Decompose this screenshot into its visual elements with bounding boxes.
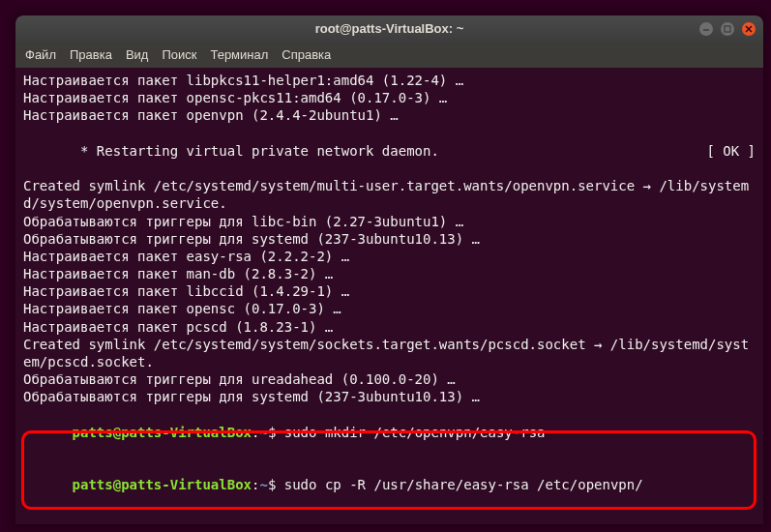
output-line: Обрабатываются триггеры для systemd (237…	[23, 230, 756, 248]
prompt-line: patts@patts-VirtualBox:~$ sudo cp -R /us…	[23, 458, 756, 512]
output-line: Обрабатываются триггеры для ureadahead (…	[23, 370, 756, 388]
menu-view[interactable]: Вид	[126, 47, 149, 64]
output-line: Настраивается пакет opensc (0.17.0-3) …	[23, 300, 756, 317]
output-line: Настраивается пакет libpkcs11-helper1:am…	[23, 72, 756, 89]
output-line: Настраивается пакет easy-rsa (2.2.2-2) …	[23, 248, 756, 265]
prompt-cmd: sudo mkdir /etc/openvpn/easy-rsa	[284, 425, 546, 440]
menubar: Файл Правка Вид Поиск Терминал Справка	[15, 43, 763, 68]
menu-file[interactable]: Файл	[25, 47, 56, 64]
output-line: Настраивается пакет pcscd (1.8.23-1) …	[23, 318, 756, 336]
output-line: Настраивается пакет man-db (2.8.3-2) …	[23, 265, 756, 282]
prompt-line: patts@patts-VirtualBox:~$ cd /etc/openvp…	[23, 512, 756, 524]
prompt-user: patts@patts-VirtualBox	[73, 477, 252, 492]
prompt-path: ~	[259, 477, 267, 492]
output-line: Обрабатываются триггеры для systemd (237…	[23, 388, 756, 405]
prompt-user: patts@patts-VirtualBox	[73, 425, 252, 440]
output-line: Настраивается пакет openvpn (2.4.4-2ubun…	[23, 106, 756, 124]
output-line: Настраивается пакет libccid (1.4.29-1) …	[23, 282, 756, 300]
output-line: Обрабатываются триггеры для libc-bin (2.…	[23, 213, 756, 230]
output-line: Created symlink /etc/systemd/system/mult…	[23, 177, 756, 212]
output-line: * Restarting virtual private network dae…	[23, 125, 756, 178]
terminal-window: root@patts-VirtualBox: ~ Файл Правка Вид…	[15, 15, 763, 524]
menu-help[interactable]: Справка	[282, 47, 331, 64]
svg-rect-1	[725, 26, 730, 32]
prompt-cmd: sudo cp -R /usr/share/easy-rsa /etc/open…	[284, 477, 643, 492]
menu-terminal[interactable]: Терминал	[210, 47, 268, 64]
titlebar[interactable]: root@patts-VirtualBox: ~	[15, 15, 763, 43]
close-button[interactable]	[742, 22, 756, 36]
window-title: root@patts-VirtualBox: ~	[315, 21, 464, 38]
output-line: Created symlink /etc/systemd/system/sock…	[23, 336, 756, 370]
menu-edit[interactable]: Правка	[70, 47, 112, 64]
output-line: Настраивается пакет opensc-pkcs11:amd64 …	[23, 89, 756, 106]
prompt-line: patts@patts-VirtualBox:~$ sudo mkdir /et…	[23, 406, 756, 459]
minimize-button[interactable]	[699, 22, 713, 36]
maximize-button[interactable]	[721, 22, 734, 36]
terminal-content[interactable]: Настраивается пакет libpkcs11-helper1:am…	[15, 68, 763, 524]
menu-search[interactable]: Поиск	[162, 47, 196, 64]
window-controls	[699, 22, 756, 36]
prompt-path: ~	[259, 425, 267, 440]
ok-status: [ OK ]	[706, 142, 756, 160]
